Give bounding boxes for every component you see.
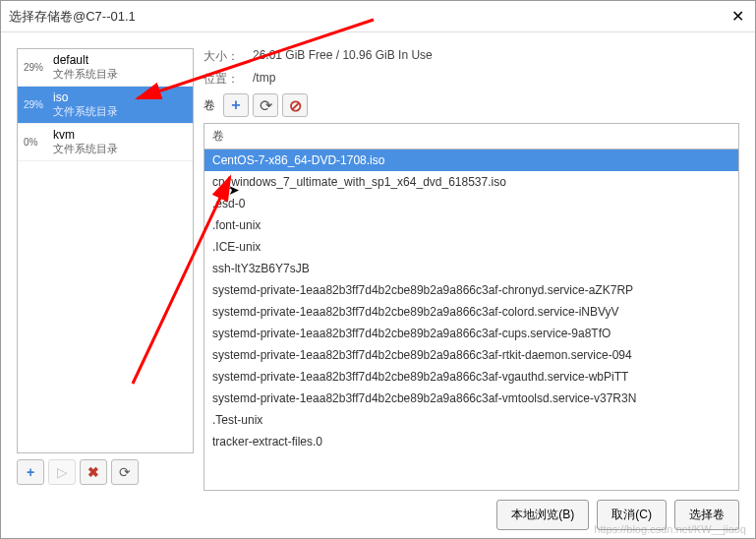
pool-item[interactable]: 29% default 文件系统目录 — [18, 49, 193, 87]
location-value: /tmp — [253, 71, 275, 88]
dialog-content: 29% default 文件系统目录29% iso 文件系统目录0% kvm 文… — [1, 32, 755, 491]
volume-toolbar: 卷 + ⟳ ⊘ — [204, 93, 739, 117]
add-volume-button[interactable]: + — [223, 93, 249, 117]
dialog-title: 选择存储卷@C7--01.1 — [9, 8, 727, 26]
size-row: 大小： 26.01 GiB Free / 10.96 GiB In Use — [204, 48, 739, 65]
plus-icon: + — [27, 464, 34, 480]
delete-icon: ⊘ — [289, 96, 302, 115]
delete-icon: ✖ — [87, 464, 99, 480]
pool-toolbar: + ▷ ✖ ⟳ — [17, 453, 194, 491]
volume-item[interactable]: systemd-private-1eaa82b3ff7d4b2cbe89b2a9… — [204, 344, 738, 366]
volume-item[interactable]: .ICE-unix — [204, 236, 738, 258]
volume-item[interactable]: cn_windows_7_ultimate_with_sp1_x64_dvd_6… — [204, 171, 738, 193]
close-button[interactable]: ✕ — [727, 7, 747, 27]
pool-list[interactable]: 29% default 文件系统目录29% iso 文件系统目录0% kvm 文… — [17, 48, 194, 453]
pool-type: 文件系统目录 — [53, 104, 118, 119]
watermark: https://blog.csdn.net/KW__jiaoq — [594, 523, 746, 535]
volume-item[interactable]: systemd-private-1eaa82b3ff7d4b2cbe89b2a9… — [204, 279, 738, 301]
volume-item[interactable]: .Test-unix — [204, 409, 738, 431]
volume-item[interactable]: CentOS-7-x86_64-DVD-1708.iso — [204, 150, 738, 171]
refresh-pool-button[interactable]: ⟳ — [111, 459, 139, 485]
volume-list-header: 卷 — [204, 123, 739, 149]
pool-percent: 29% — [24, 62, 53, 73]
pool-percent: 29% — [24, 99, 53, 110]
pool-name: iso — [53, 90, 118, 104]
volume-item[interactable]: systemd-private-1eaa82b3ff7d4b2cbe89b2a9… — [204, 323, 738, 344]
pool-name: default — [53, 53, 118, 67]
play-icon: ▷ — [57, 464, 68, 480]
refresh-icon: ⟳ — [119, 464, 131, 480]
volume-toolbar-label: 卷 — [204, 97, 215, 114]
add-pool-button[interactable]: + — [17, 459, 44, 485]
volume-item[interactable]: .font-unix — [204, 214, 738, 236]
volume-list[interactable]: CentOS-7-x86_64-DVD-1708.isocn_windows_7… — [204, 149, 739, 491]
right-panel: 大小： 26.01 GiB Free / 10.96 GiB In Use 位置… — [204, 48, 739, 491]
pool-name: kvm — [53, 128, 118, 142]
volume-item[interactable]: systemd-private-1eaa82b3ff7d4b2cbe89b2a9… — [204, 388, 738, 409]
size-value: 26.01 GiB Free / 10.96 GiB In Use — [253, 48, 433, 65]
volume-item[interactable]: systemd-private-1eaa82b3ff7d4b2cbe89b2a9… — [204, 301, 738, 323]
left-panel: 29% default 文件系统目录29% iso 文件系统目录0% kvm 文… — [17, 48, 194, 491]
start-pool-button[interactable]: ▷ — [48, 459, 76, 485]
plus-icon: + — [231, 96, 240, 114]
refresh-volume-button[interactable]: ⟳ — [253, 93, 278, 117]
pool-type: 文件系统目录 — [53, 142, 118, 156]
pool-item[interactable]: 0% kvm 文件系统目录 — [18, 124, 193, 161]
delete-volume-button[interactable]: ⊘ — [282, 93, 308, 117]
pool-percent: 0% — [24, 137, 53, 148]
pool-type: 文件系统目录 — [53, 67, 118, 82]
volume-item[interactable]: systemd-private-1eaa82b3ff7d4b2cbe89b2a9… — [204, 366, 738, 388]
titlebar: 选择存储卷@C7--01.1 ✕ — [1, 1, 755, 32]
location-label: 位置： — [204, 71, 253, 88]
volume-item[interactable]: tracker-extract-files.0 — [204, 431, 738, 452]
volume-item[interactable]: ssh-ltY3zB6Y7sJB — [204, 258, 738, 279]
volume-item[interactable]: .esd-0 — [204, 193, 738, 214]
delete-pool-button[interactable]: ✖ — [80, 459, 107, 485]
browse-local-button[interactable]: 本地浏览(B) — [496, 500, 589, 530]
location-row: 位置： /tmp — [204, 71, 739, 88]
storage-volume-dialog: 选择存储卷@C7--01.1 ✕ 29% default 文件系统目录29% i… — [0, 0, 756, 539]
pool-item[interactable]: 29% iso 文件系统目录 — [18, 87, 193, 124]
refresh-icon: ⟳ — [260, 96, 272, 115]
size-label: 大小： — [204, 48, 253, 65]
